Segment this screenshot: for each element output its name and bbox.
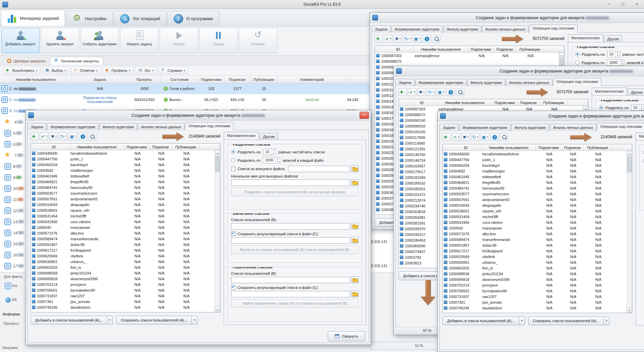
col-nickname[interactable]: Никнейм пользователя [0,76,72,83]
list-tool-button[interactable] [78,133,87,140]
panel-tab[interactable]: Другие [604,35,622,42]
main-tab[interactable]: Лог операций [114,11,166,26]
list-tool-button[interactable] [500,133,508,141]
folder-icon[interactable] [351,179,359,186]
account-row[interactable]: 10. [0,183,27,194]
account-row[interactable]: 5. [0,128,27,139]
col-nickname[interactable]: Никнейм пользователя [414,46,468,52]
dialog-tab[interactable]: Анализ личных данных [482,26,529,33]
close-icon[interactable]: × [630,0,644,9]
account-row[interactable]: 9. [0,172,27,183]
list-item[interactable]: 1000531454 michel3fff N/A N/A N/A [443,214,627,219]
list-item[interactable]: 1000516043 diegoagallo N/A N/A N/A [443,202,627,208]
col-followers[interactable]: Подписчики [468,46,494,52]
menu-button[interactable]: Профиль ▾ [102,67,133,74]
list-item[interactable]: 1000688558 pinky161194 N/A N/A N/A [443,271,627,276]
toolbar-button[interactable]: Удалить аккаунт [41,28,79,53]
radio-split-parts[interactable] [231,150,235,154]
list-tool-button[interactable]: ✖ [461,133,470,141]
external-file-checkbox[interactable] [231,167,235,171]
size-stepper[interactable]: 1000▲▼ [607,59,624,66]
list-tool-button[interactable]: ✔ [408,88,416,96]
list-tool-button[interactable] [446,88,455,96]
scrollbar[interactable]: ▲▼ [627,151,632,313]
list-tool-button[interactable]: ▣ [413,35,422,43]
col-id[interactable]: ID [399,99,438,106]
account-row[interactable]: 7. [0,150,27,161]
list-item[interactable]: 1000507651 andyvartanian92 N/A N/A N/A [31,196,215,202]
add-to-list-button[interactable]: Добавить в список пользователей (А)...▼ [442,316,525,325]
list-item[interactable]: 1000630951 urbanos_ N/A N/A N/A [31,259,215,264]
col-posts[interactable]: Публикации [172,144,200,150]
dialog-tab[interactable]: Операции над списками [597,123,644,131]
list-item[interactable]: 1000436000 hecallsmebeautifulone N/A N/A… [443,151,627,157]
list-b-input[interactable] [231,277,350,283]
list-item[interactable]: 1000695818 alvaroreyes0396 N/A N/A N/A [443,276,627,282]
main-tab[interactable]: О программе [167,11,219,26]
dialog-tab[interactable]: Формирование аудитории [391,26,443,33]
list-tool-button[interactable]: ✔ [384,35,392,43]
folder-icon[interactable] [351,165,359,172]
col-posts[interactable]: Публикации [540,99,568,106]
panel-tab[interactable]: Другие [260,133,278,140]
list-tool-button[interactable]: ↻ [471,133,479,141]
output-name-input[interactable] [231,180,350,186]
list-tool-button[interactable]: ▣ [68,133,77,140]
dialog-tab[interactable]: Операции над списками [529,24,578,33]
list-b-input[interactable] [231,223,350,230]
list-tool-button[interactable]: ✚ [31,133,39,140]
list-tool-button[interactable]: ✚ [375,35,383,43]
list-item[interactable]: 1000589474 manuefeernando N/A N/A N/A [31,236,215,242]
col-progress[interactable]: Прогресс [128,76,161,83]
account-row[interactable]: 16. [0,249,27,260]
dialog-tab[interactable]: Задачи [28,123,47,130]
list-item[interactable]: 1000625569 cbelbrik N/A N/A N/A [443,254,627,259]
dialog-tab[interactable]: Задачи [372,26,391,33]
task-cell[interactable]: Подписка по списку пользователей [72,96,128,104]
list-tool-button[interactable] [490,133,499,141]
list-item[interactable]: 1000542 manyspown N/A N/A N/A [443,225,627,231]
list-item[interactable]: 1000503577 soyomarlezcano N/A N/A N/A [443,191,627,197]
panel-tab[interactable]: Математические [592,88,627,96]
list-item[interactable]: 1000528001 rayane_viih N/A N/A N/A [31,207,215,213]
external-file-input[interactable] [288,166,350,172]
list-item[interactable]: 1000591867 dubai.89 N/A N/A N/A [443,242,627,248]
list-item[interactable]: 1000589474 manuefeernando N/A N/A N/A [443,237,627,242]
col-nickname[interactable]: Никнейм пользователя [438,99,492,106]
toolbar-button[interactable]: Собрать аудиторию [80,28,119,53]
save-result-checkbox[interactable] [231,285,235,290]
maximize-icon[interactable]: □ [616,0,630,9]
scrollbar[interactable]: ▲▼ [215,150,220,312]
account-row[interactable]: 4. [0,116,27,128]
account-tab[interactable]: Целевые аккаунты [3,57,50,65]
list-tool-button[interactable]: ✔ [452,133,460,141]
dialog-tab[interactable]: Анализ личных данных [506,79,552,86]
list-tool-button[interactable]: ✖ [49,133,58,140]
menu-button[interactable]: Лог ▾ [136,67,156,74]
parts-stepper[interactable]: 10▲▼ [263,149,276,155]
list-tool-button[interactable]: ✖ [393,35,402,43]
dialog-tab[interactable]: Фильтр аудитории [99,123,137,130]
list-item[interactable]: 1000484741 hamzouley09 N/A N/A N/A [31,185,215,190]
list-item[interactable]: 1000731837 raw1207 N/A N/A N/A [31,293,215,299]
collapse-button[interactable]: Свернуть [328,331,365,341]
split-list-button[interactable]: Разделить список пользователей (А) на не… [231,188,359,196]
radio-split-size[interactable] [575,60,580,65]
list-item[interactable]: 1000630951 urbanos_ N/A N/A N/A [443,259,627,265]
list-item[interactable]: 1000542 manyspown N/A N/A N/A [31,224,215,230]
account-row[interactable]: 13. [0,216,27,227]
account-row[interactable]: 8. [0,161,27,172]
col-following[interactable]: Подписки [518,99,540,106]
list-item[interactable]: 1000516043 diegoagallo N/A N/A N/A [31,202,215,207]
dialog-tab[interactable]: Фильтр аудитории [443,26,481,33]
list-item[interactable]: 10004582 madibmorgan N/A N/A N/A [443,168,627,174]
list-item[interactable]: 1000663203 fiori_ls N/A N/A N/A [443,265,627,271]
panel-tab[interactable]: Математические [636,133,644,141]
col-following[interactable]: Подписки [224,76,251,83]
list-item[interactable]: 1000447756 justin_1 N/A N/A N/A [31,156,215,162]
list-item[interactable]: 1000663203 fiori_ls N/A N/A N/A [31,264,215,270]
list-item[interactable]: 1000456204 kaushikgcl N/A N/A N/A [31,162,215,167]
list-item[interactable]: 1000484741 hamzouley09 N/A N/A N/A [443,185,627,191]
list-item[interactable]: 1000541960 coco.nikolov N/A N/A N/A [443,219,627,225]
menu-button[interactable]: Отметки ▾ [71,67,100,74]
